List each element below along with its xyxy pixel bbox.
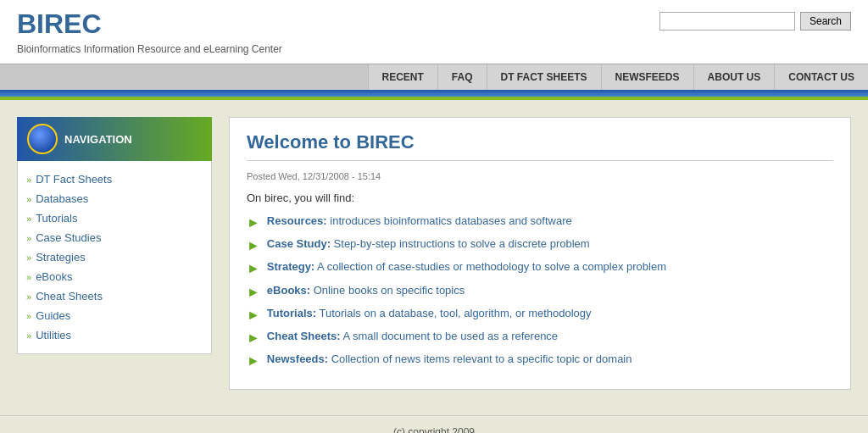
bullet-icon: ► xyxy=(247,330,260,346)
resource-text: eBooks: Online books on specific topics xyxy=(267,284,465,297)
resource-label: eBooks: xyxy=(267,284,310,297)
resource-text: Strategy: A collection of case-studies o… xyxy=(267,260,666,273)
resource-label: Strategy: xyxy=(267,260,314,273)
nav-label: NAVIGATION xyxy=(64,133,132,146)
sidebar-item-utilities[interactable]: » Utilities xyxy=(26,325,211,345)
search-area: Search xyxy=(659,8,851,31)
sidebar-item-ebooks[interactable]: » eBooks xyxy=(26,267,211,286)
resource-item: ► Newsfeeds: Collection of news items re… xyxy=(247,353,833,369)
bullet-icon: ► xyxy=(247,237,260,253)
resource-text: Resources: introduces bioinformatics dat… xyxy=(267,214,572,227)
resource-list: ► Resources: introduces bioinformatics d… xyxy=(247,214,833,369)
nav-item-about-us[interactable]: ABOUT US xyxy=(693,64,775,90)
resource-item: ► eBooks: Online books on specific topic… xyxy=(247,284,833,300)
navbar: RECENT FAQ DT FACT SHEETS NEWSFEEDS ABOU… xyxy=(0,64,868,90)
globe-icon xyxy=(27,124,58,154)
nav-header: NAVIGATION xyxy=(17,117,212,161)
resource-item: ► Resources: introduces bioinformatics d… xyxy=(247,214,833,230)
content-area: Welcome to BIREC Posted Wed, 12/31/2008 … xyxy=(229,117,851,390)
arrow-icon: » xyxy=(26,330,31,341)
search-input[interactable] xyxy=(659,12,795,31)
sidebar-link-label: Databases xyxy=(36,192,88,205)
arrow-icon: » xyxy=(26,253,31,263)
sidebar-item-databases[interactable]: » Databases xyxy=(26,189,211,208)
resource-label: Case Study: xyxy=(267,237,331,250)
sidebar-link-label: Cheat Sheets xyxy=(36,290,103,303)
sidebar-link-label: DT Fact Sheets xyxy=(36,173,112,186)
arrow-icon: » xyxy=(26,233,31,243)
arrow-icon: » xyxy=(26,175,31,185)
content-divider xyxy=(247,160,833,161)
sidebar-link-label: Utilities xyxy=(36,329,71,341)
resource-text: Case Study: Step-by-step instructions to… xyxy=(267,237,590,250)
nav-item-contact-us[interactable]: CONTACT US xyxy=(774,64,868,90)
sidebar-item-case-studies[interactable]: » Case Studies xyxy=(26,228,211,247)
sidebar-link-label: Guides xyxy=(36,309,70,322)
intro-text: On birec, you will find: xyxy=(247,192,833,204)
resource-desc: Online books on specific topics xyxy=(310,284,465,297)
footer: (c) copyright 2009 xyxy=(0,415,868,433)
nav-item-newsfeeds[interactable]: NEWSFEEDS xyxy=(601,64,693,90)
resource-desc: A small document to be used as a referen… xyxy=(341,330,559,342)
logo-title: BIREC xyxy=(17,8,282,40)
header: BIREC Bioinformatics Information Resourc… xyxy=(0,0,868,64)
sidebar-link-label: Case Studies xyxy=(36,231,101,244)
bullet-icon: ► xyxy=(247,260,260,276)
sidebar-item-dt-fact-sheets[interactable]: » DT Fact Sheets xyxy=(26,169,211,189)
bullet-icon: ► xyxy=(247,214,260,230)
logo-area: BIREC Bioinformatics Information Resourc… xyxy=(17,8,282,55)
sidebar-link-label: Strategies xyxy=(36,251,86,264)
resource-desc: Step-by-step instructions to solve a dis… xyxy=(331,237,590,250)
sidebar-link-label: eBooks xyxy=(36,270,72,283)
bullet-icon: ► xyxy=(247,307,260,323)
arrow-icon: » xyxy=(26,291,31,302)
logo-subtitle: Bioinformatics Information Resource and … xyxy=(17,43,282,55)
arrow-icon: » xyxy=(26,214,31,224)
resource-text: Newsfeeds: Collection of news items rele… xyxy=(267,353,632,365)
resource-desc: A collection of case-studies or methodol… xyxy=(314,260,666,273)
resource-item: ► Cheat Sheets: A small document to be u… xyxy=(247,330,833,346)
sidebar-item-strategies[interactable]: » Strategies xyxy=(26,247,211,267)
resource-desc: introduces bioinformatics databases and … xyxy=(327,214,572,227)
arrow-icon: » xyxy=(26,311,31,321)
nav-item-faq[interactable]: FAQ xyxy=(437,64,487,90)
bullet-icon: ► xyxy=(247,284,260,300)
resource-label: Newsfeeds: xyxy=(267,353,328,365)
blue-stripe xyxy=(0,90,868,97)
sidebar-item-cheat-sheets[interactable]: » Cheat Sheets xyxy=(26,286,211,306)
arrow-icon: » xyxy=(26,272,31,282)
welcome-title: Welcome to BIREC xyxy=(247,131,833,153)
content-box: Welcome to BIREC Posted Wed, 12/31/2008 … xyxy=(229,117,851,390)
sidebar-nav: » DT Fact Sheets » Databases » Tutorials… xyxy=(17,161,212,354)
search-button[interactable]: Search xyxy=(800,12,851,31)
resource-text: Tutorials: Tutorials on a database, tool… xyxy=(267,307,592,319)
resource-item: ► Case Study: Step-by-step instructions … xyxy=(247,237,833,253)
arrow-icon: » xyxy=(26,194,31,204)
resource-item: ► Strategy: A collection of case-studies… xyxy=(247,260,833,276)
resource-label: Cheat Sheets: xyxy=(267,330,341,342)
sidebar-item-tutorials[interactable]: » Tutorials xyxy=(26,208,211,228)
resource-item: ► Tutorials: Tutorials on a database, to… xyxy=(247,307,833,323)
sidebar-link-label: Tutorials xyxy=(36,212,77,225)
main: NAVIGATION » DT Fact Sheets » Databases … xyxy=(0,100,868,407)
resource-label: Tutorials: xyxy=(267,307,316,319)
resource-label: Resources: xyxy=(267,214,327,227)
resource-desc: Tutorials on a database, tool, algorithm… xyxy=(316,307,591,319)
sidebar-item-guides[interactable]: » Guides xyxy=(26,306,211,325)
bullet-icon: ► xyxy=(247,353,260,369)
resource-text: Cheat Sheets: A small document to be use… xyxy=(267,330,558,342)
sidebar: NAVIGATION » DT Fact Sheets » Databases … xyxy=(17,117,212,390)
footer-text: (c) copyright 2009 xyxy=(393,426,475,433)
nav-item-recent[interactable]: RECENT xyxy=(368,64,437,90)
nav-item-dt-fact-sheets[interactable]: DT FACT SHEETS xyxy=(487,64,601,90)
resource-desc: Collection of news items relevant to a s… xyxy=(328,353,632,365)
posted-date: Posted Wed, 12/31/2008 - 15:14 xyxy=(247,171,833,181)
